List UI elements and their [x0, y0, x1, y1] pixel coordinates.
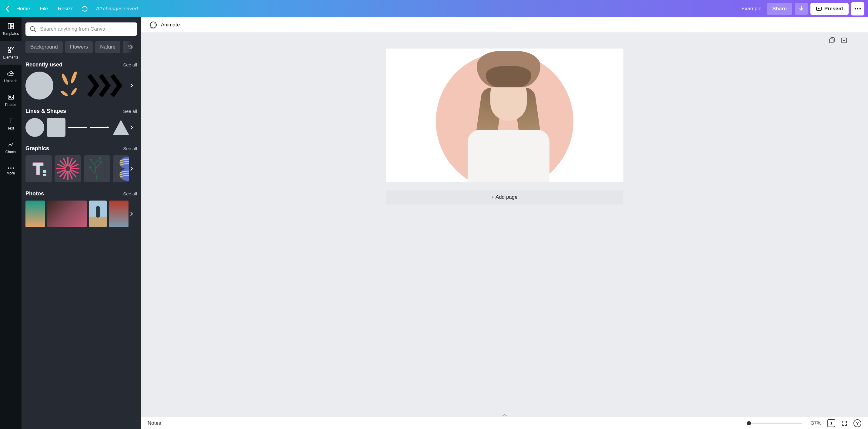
canvas-context-toolbar: Animate	[141, 17, 868, 33]
chips-scroll-right[interactable]	[126, 41, 137, 53]
section-photos: Photos See all	[26, 191, 137, 227]
zoom-slider[interactable]	[747, 423, 802, 424]
uploads-icon	[7, 70, 14, 77]
photo-teal-portrait[interactable]	[26, 201, 45, 227]
svg-rect-21	[43, 174, 46, 176]
graphics-see-all[interactable]: See all	[123, 146, 137, 151]
svg-point-39	[100, 161, 102, 163]
lines-shapes-scroll-right[interactable]	[126, 122, 137, 133]
svg-point-40	[90, 159, 92, 161]
svg-point-3	[860, 8, 861, 9]
svg-point-16	[70, 72, 78, 84]
rail-photos[interactable]: Photos	[0, 88, 22, 112]
svg-rect-6	[11, 26, 13, 29]
svg-rect-8	[8, 50, 10, 53]
elements-panel: Background Flowers Nature Summer Recentl…	[22, 17, 141, 429]
svg-point-1	[855, 8, 856, 9]
bottom-bar: Notes 37% 1 ?	[141, 417, 868, 429]
duplicate-page-button[interactable]	[829, 37, 835, 44]
section-graphics: Graphics See all	[26, 145, 137, 182]
graphic-green-branch[interactable]	[84, 155, 110, 182]
help-button[interactable]: ?	[854, 419, 861, 427]
svg-rect-4	[8, 23, 10, 29]
design-name-field[interactable]: Example	[738, 4, 764, 13]
svg-rect-25	[70, 168, 80, 169]
svg-point-38	[89, 166, 91, 168]
rail-templates[interactable]: Templates	[0, 17, 22, 41]
photo-woman-flowers[interactable]	[47, 201, 87, 227]
present-button[interactable]: Present	[810, 3, 848, 15]
lines-shapes-see-all[interactable]: See all	[123, 109, 137, 114]
photos-scroll-right[interactable]	[126, 208, 137, 219]
svg-rect-20	[43, 170, 46, 173]
svg-point-11	[8, 168, 9, 169]
fullscreen-button[interactable]	[841, 420, 847, 426]
recently-used-see-all[interactable]: See all	[123, 62, 137, 67]
rail-elements[interactable]: Elements	[0, 41, 22, 65]
graphics-title: Graphics	[26, 145, 49, 152]
animate-button[interactable]: Animate	[161, 22, 180, 28]
present-label: Present	[824, 6, 843, 12]
element-circle[interactable]	[26, 72, 53, 99]
design-page-1[interactable]	[386, 49, 623, 182]
photo-jumping-person[interactable]	[89, 201, 107, 227]
text-icon	[7, 117, 14, 124]
graphic-pink-sunburst[interactable]	[55, 155, 81, 182]
photo-red-hands[interactable]	[109, 201, 128, 227]
chip-background[interactable]: Background	[26, 41, 63, 53]
more-menu-button[interactable]	[851, 2, 864, 16]
resize-button[interactable]: Resize	[54, 3, 78, 14]
share-button[interactable]: Share	[767, 3, 792, 15]
svg-rect-23	[67, 171, 68, 180]
save-status: All changes saved	[96, 6, 138, 12]
shape-line[interactable]	[68, 118, 87, 137]
chip-flowers[interactable]: Flowers	[65, 41, 93, 53]
element-chevrons-black[interactable]	[86, 72, 122, 99]
rail-elements-label: Elements	[3, 55, 18, 59]
search-bar[interactable]	[26, 23, 137, 36]
person-photo-element[interactable]	[454, 51, 553, 182]
rail-more[interactable]: More	[0, 159, 22, 183]
home-button[interactable]: Home	[12, 3, 34, 14]
undo-button[interactable]	[79, 3, 90, 14]
rail-more-label: More	[7, 171, 15, 175]
shape-circle[interactable]	[26, 118, 44, 137]
canvas-area: Animate + Add page	[141, 17, 868, 429]
page-grid-button[interactable]: 1	[827, 419, 835, 427]
search-icon	[30, 26, 36, 32]
rail-charts[interactable]: Charts	[0, 136, 22, 159]
file-menu[interactable]: File	[35, 3, 52, 14]
notes-button[interactable]: Notes	[148, 420, 161, 426]
svg-point-14	[31, 27, 35, 31]
search-input[interactable]	[40, 26, 133, 32]
svg-rect-9	[8, 95, 13, 99]
elements-icon	[7, 46, 14, 53]
page-list-toggle[interactable]	[498, 413, 511, 417]
back-button[interactable]	[4, 0, 11, 17]
animate-icon	[150, 22, 157, 28]
section-lines-shapes: Lines & Shapes See all	[26, 108, 137, 137]
add-page-button[interactable]: + Add page	[386, 190, 623, 204]
rail-uploads[interactable]: Uploads	[0, 65, 22, 88]
download-button[interactable]	[795, 3, 808, 15]
chip-nature[interactable]: Nature	[95, 41, 120, 53]
category-chips: Background Flowers Nature Summer	[26, 41, 137, 53]
graphic-isometric-letter[interactable]	[26, 155, 52, 182]
graphics-scroll-right[interactable]	[126, 163, 137, 174]
section-recently-used: Recently used See all	[26, 62, 137, 99]
element-burst-orange[interactable]	[56, 72, 84, 99]
zoom-percent[interactable]: 37%	[808, 420, 821, 426]
svg-point-18	[70, 87, 78, 96]
photos-see-all[interactable]: See all	[123, 191, 137, 196]
collapse-panel-handle[interactable]	[138, 210, 141, 237]
charts-icon	[7, 141, 14, 148]
rail-text[interactable]: Text	[0, 112, 22, 136]
shape-arrow[interactable]	[90, 118, 109, 137]
shape-square[interactable]	[47, 118, 65, 137]
rail-photos-label: Photos	[5, 103, 17, 107]
recently-used-scroll-right[interactable]	[126, 80, 137, 91]
svg-rect-24	[56, 168, 65, 169]
zoom-slider-thumb[interactable]	[747, 421, 751, 425]
recently-used-title: Recently used	[26, 62, 62, 68]
add-page-icon-button[interactable]	[841, 37, 847, 44]
